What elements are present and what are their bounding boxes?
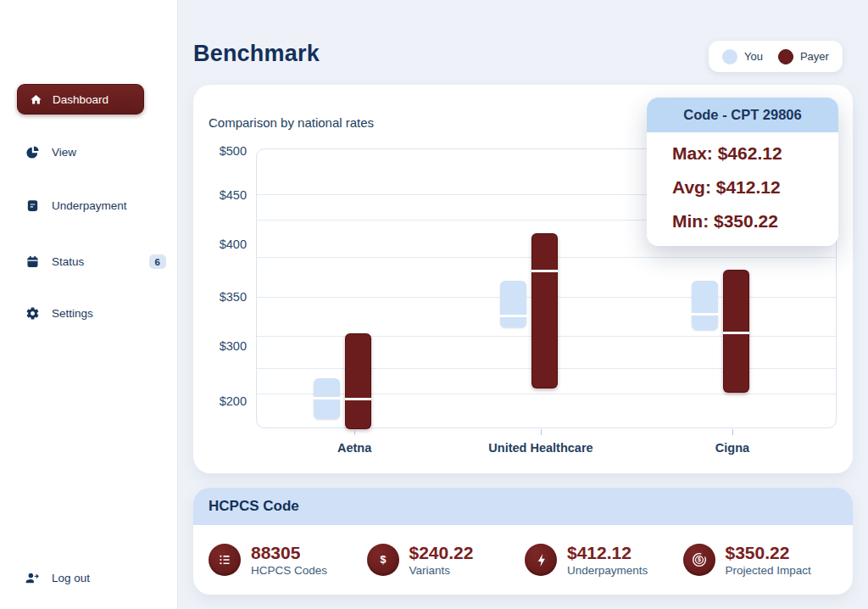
x-axis-label: Cigna: [715, 441, 749, 455]
sidebar-item-status[interactable]: Status 6: [25, 254, 166, 269]
svg-text:$: $: [698, 556, 701, 563]
bar-you-cigna[interactable]: [692, 281, 718, 330]
median-line: [531, 270, 558, 272]
median-line: [691, 313, 719, 316]
bar-payer-united-healthcare[interactable]: [531, 233, 558, 388]
sidebar-item-dashboard[interactable]: Dashboard: [17, 84, 144, 115]
document-icon: [25, 198, 40, 213]
y-axis-tick-label: $200: [198, 394, 247, 408]
logout-icon: [25, 571, 40, 585]
dollar-icon: $: [367, 544, 399, 576]
y-axis-tick-label: $350: [198, 290, 247, 304]
svg-text:$: $: [380, 554, 386, 566]
sidebar-item-label: Status: [52, 255, 84, 268]
legend-label: Payer: [800, 50, 829, 63]
hcpcs-stats-row: 88305 HCPCS Codes $ $240.22 Variants: [193, 525, 853, 595]
x-axis-tick: [732, 429, 733, 435]
sidebar: Dashboard View Underpayment Status 6 Set…: [0, 0, 178, 609]
coin-icon: $: [683, 544, 715, 576]
stat-underpayments: $412.12 Underpayments: [525, 543, 683, 577]
sidebar-item-label: Settings: [52, 307, 93, 320]
y-axis-tick-label: $300: [198, 339, 247, 353]
sidebar-item-settings[interactable]: Settings: [25, 306, 93, 321]
y-axis-tick-label: $450: [198, 188, 247, 202]
tooltip-avg: Avg: $412.12: [672, 177, 838, 198]
home-icon: [30, 93, 42, 106]
tooltip-title: Code - CPT 29806: [647, 98, 838, 132]
sidebar-item-view[interactable]: View: [25, 145, 76, 159]
stat-value: $350.22: [726, 543, 811, 563]
chart-title: Comparison by national rates: [209, 115, 374, 130]
median-line: [723, 332, 749, 334]
pie-chart-icon: [25, 145, 40, 159]
hcpcs-card: HCPCS Code 88305 HCPCS Codes $ $240.22 V…: [193, 488, 853, 595]
gridline: [257, 394, 836, 394]
sidebar-item-underpayment[interactable]: Underpayment: [25, 198, 127, 213]
stat-projected-impact: $ $350.22 Projected Impact: [683, 543, 842, 577]
stat-value: $240.22: [409, 543, 474, 563]
median-line: [313, 397, 341, 399]
logout-button[interactable]: Log out: [25, 571, 90, 585]
page-title: Benchmark: [193, 41, 320, 67]
stat-label: Projected Impact: [726, 564, 811, 577]
tooltip-body: Max: $462.12 Avg: $412.12 Min: $350.22: [647, 132, 838, 246]
stat-hcpcs-codes: 88305 HCPCS Codes: [209, 543, 367, 577]
list-icon: [209, 544, 241, 576]
x-axis-tick: [541, 429, 542, 435]
payer-legend-dot: [778, 49, 793, 64]
y-axis-tick-label: $400: [198, 237, 247, 251]
median-line: [345, 398, 371, 400]
stat-label: Underpayments: [567, 564, 648, 577]
sidebar-item-label: Dashboard: [53, 93, 108, 106]
app-root: Dashboard View Underpayment Status 6 Set…: [0, 0, 868, 609]
calendar-icon: [25, 254, 40, 269]
you-legend-dot: [722, 49, 737, 64]
x-axis-tick: [354, 429, 355, 435]
x-axis-label: United Healthcare: [488, 441, 593, 455]
bar-payer-cigna[interactable]: [723, 270, 749, 392]
median-line: [499, 315, 527, 317]
bar-payer-aetna[interactable]: [345, 333, 371, 429]
stat-variants: $ $240.22 Variants: [367, 543, 526, 577]
gear-icon: [25, 306, 40, 321]
status-badge: 6: [149, 254, 166, 269]
stat-label: Variants: [409, 564, 474, 577]
tooltip-max: Max: $462.12: [672, 143, 838, 164]
y-axis-tick-label: $500: [198, 144, 247, 158]
chart-tooltip: Code - CPT 29806 Max: $462.12 Avg: $412.…: [647, 98, 838, 246]
x-axis-label: Aetna: [337, 441, 371, 455]
tooltip-min: Min: $350.22: [672, 211, 838, 232]
stat-label: HCPCS Codes: [251, 564, 327, 577]
legend-label: You: [744, 50, 763, 63]
sidebar-item-label: Underpayment: [52, 199, 127, 212]
legend-item-payer[interactable]: Payer: [778, 49, 829, 64]
bar-you-united-healthcare[interactable]: [500, 281, 526, 328]
bolt-icon: [525, 544, 557, 576]
chart-legend: You Payer: [709, 41, 843, 72]
logout-label: Log out: [52, 572, 90, 584]
stat-value: $412.12: [567, 543, 648, 563]
stat-value: 88305: [251, 543, 327, 563]
legend-item-you[interactable]: You: [722, 49, 763, 64]
hcpcs-title: HCPCS Code: [193, 488, 853, 525]
bar-you-aetna[interactable]: [314, 378, 340, 419]
sidebar-item-label: View: [52, 146, 76, 159]
